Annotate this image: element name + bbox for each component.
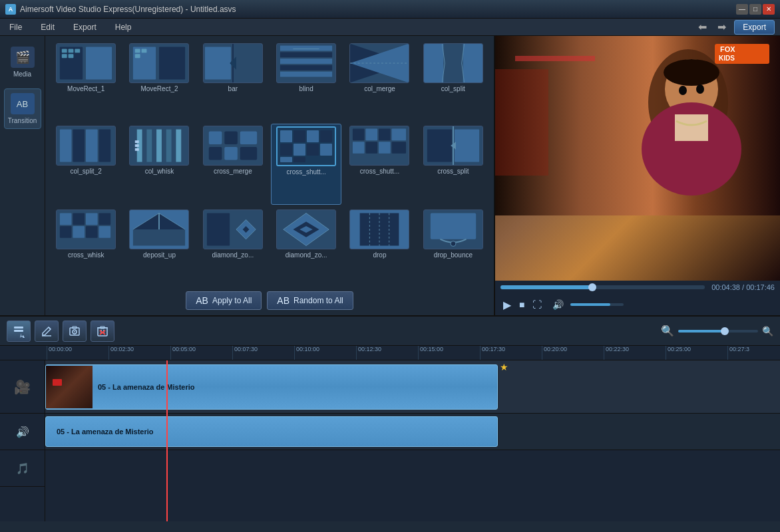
svg-rect-65 xyxy=(353,142,365,154)
transition-diamond_zo_1[interactable]: diamond_zo... xyxy=(198,207,268,287)
transition-col_split_2[interactable]: col_split_2 xyxy=(51,124,121,205)
svg-rect-27 xyxy=(463,44,482,83)
transition-label-cross_merge: cross_merge xyxy=(203,168,263,175)
transition-cross_shutt_2[interactable]: cross_shutt... xyxy=(344,124,415,205)
svg-rect-68 xyxy=(392,142,407,154)
preview-seekbar-row: 00:04:38 / 00:17:46 xyxy=(495,281,780,294)
transition-drop_bounce[interactable]: drop_bounce xyxy=(418,207,488,287)
menu-file[interactable]: File xyxy=(5,21,26,33)
svg-rect-4 xyxy=(69,49,74,53)
tool-edit[interactable] xyxy=(35,321,59,342)
svg-rect-22 xyxy=(280,72,332,77)
svg-rect-39 xyxy=(135,140,139,143)
menu-export[interactable]: Export xyxy=(69,21,100,33)
audio-track-icon: 🔊 xyxy=(16,426,29,438)
svg-text:FOX: FOX xyxy=(720,45,735,53)
transition-thumb-drop xyxy=(349,209,409,249)
transition-label-MoveRect_2: MoveRect_2 xyxy=(129,85,189,92)
transition-MoveRect_2[interactable]: MoveRect_2 xyxy=(124,41,194,121)
menu-edit[interactable]: Edit xyxy=(37,21,59,33)
maximize-button[interactable]: □ xyxy=(749,4,761,15)
transition-buttons: AB Apply to All AB Random to All xyxy=(51,291,488,310)
sidebar-item-media[interactable]: 🎬 Media xyxy=(4,43,41,82)
zoom-slider[interactable] xyxy=(678,330,758,332)
transition-MoveRect_1[interactable]: MoveRect_1 xyxy=(51,41,121,121)
transition-label-MoveRect_1: MoveRect_1 xyxy=(56,85,116,92)
tool-select[interactable] xyxy=(7,321,31,342)
transition-thumb-deposit_up xyxy=(129,209,189,249)
svg-rect-10 xyxy=(159,47,185,80)
ruler-marks: 00:00:00 00:02:30 00:05:00 00:07:30 00:1… xyxy=(47,346,767,360)
svg-rect-31 xyxy=(86,130,98,162)
ruler-mark-0: 00:00:00 xyxy=(47,346,108,360)
video-clip-name: 05 - La amenaza de Misterio xyxy=(93,383,195,391)
transition-label-drop: drop xyxy=(349,251,409,259)
transition-drop[interactable]: drop xyxy=(344,207,415,287)
svg-rect-76 xyxy=(86,213,98,225)
ruler-mark-5: 00:12:30 xyxy=(356,346,418,360)
minimize-button[interactable]: — xyxy=(736,4,748,15)
music-track[interactable] xyxy=(45,450,780,521)
audio-clip[interactable]: 05 - La amenaza de Misterio xyxy=(45,416,498,447)
svg-rect-44 xyxy=(224,131,238,144)
svg-rect-57 xyxy=(320,144,332,156)
transition-cross_shutt_1[interactable]: cross_shutt... xyxy=(271,124,341,205)
transition-col_whisk[interactable]: col_whisk xyxy=(124,124,194,205)
menu-help[interactable]: Help xyxy=(111,21,136,33)
svg-rect-101 xyxy=(515,56,595,61)
export-button[interactable]: Export xyxy=(734,20,775,35)
volume-slider[interactable] xyxy=(570,303,624,306)
back-button[interactable]: ⬅ xyxy=(695,19,709,35)
audio-track[interactable]: 05 - La amenaza de Misterio xyxy=(45,414,780,450)
stop-button[interactable]: ■ xyxy=(516,299,527,310)
tool-capture[interactable] xyxy=(63,321,87,342)
transition-cross_split[interactable]: cross_split xyxy=(418,124,488,205)
svg-rect-5 xyxy=(75,49,81,53)
transition-cross_merge[interactable]: cross_merge xyxy=(198,124,268,205)
transition-blind[interactable]: blind xyxy=(271,41,341,121)
ruler-mark-8: 00:20:00 xyxy=(542,346,604,360)
svg-rect-62 xyxy=(366,129,378,141)
svg-rect-32 xyxy=(99,130,111,162)
transition-col_split[interactable]: col_split xyxy=(418,41,488,121)
fullscreen-button[interactable]: ⛶ xyxy=(530,299,544,310)
zoom-in-button[interactable]: 🔍 xyxy=(762,326,773,336)
svg-rect-79 xyxy=(73,226,85,238)
app-logo: A xyxy=(5,4,16,15)
apply-to-all-button[interactable]: AB Apply to All xyxy=(186,291,262,310)
transition-thumb-cross_merge xyxy=(203,126,263,166)
transition-deposit_up[interactable]: deposit_up xyxy=(124,207,194,287)
preview-seekbar[interactable] xyxy=(500,285,705,289)
svg-rect-51 xyxy=(293,130,305,142)
svg-rect-2 xyxy=(86,47,112,80)
transition-label-bar: bar xyxy=(203,85,263,92)
volume-icon: 🔊 xyxy=(552,299,564,310)
video-track[interactable]: ★ 05 - La amenaza de Misterio xyxy=(45,360,780,414)
close-button[interactable]: ✕ xyxy=(763,4,775,15)
svg-rect-78 xyxy=(60,226,72,238)
svg-rect-3 xyxy=(62,49,67,53)
transition-label-diamond_zo_2: diamond_zo... xyxy=(276,251,336,259)
playhead[interactable] xyxy=(166,360,168,521)
tool-delete[interactable] xyxy=(91,321,114,342)
timeline-ruler: 00:00:00 00:02:30 00:05:00 00:07:30 00:1… xyxy=(0,346,780,360)
timeline-toolbar: 🔍 🔍 xyxy=(0,317,780,346)
video-clip[interactable]: 05 - La amenaza de Misterio xyxy=(45,364,498,410)
play-button[interactable]: ▶ xyxy=(500,299,514,311)
forward-button[interactable]: ➡ xyxy=(715,19,729,35)
audio-clip-name: 05 - La amenaza de Misterio xyxy=(51,428,154,436)
ruler-mark-1: 00:02:30 xyxy=(108,346,170,360)
transition-col_merge[interactable]: col_merge xyxy=(344,41,415,121)
random-to-all-button[interactable]: AB Random to All xyxy=(267,291,353,310)
seekbar-handle[interactable] xyxy=(588,283,596,291)
svg-rect-70 xyxy=(427,130,452,162)
zoom-out-button[interactable]: 🔍 xyxy=(661,325,674,337)
svg-rect-59 xyxy=(293,157,305,162)
transition-bar[interactable]: bar xyxy=(198,41,268,121)
transition-cross_whisk[interactable]: cross_whisk xyxy=(51,207,121,287)
ruler-mark-9: 00:22:30 xyxy=(604,346,666,360)
apply-icon: AB xyxy=(196,295,208,306)
transition-diamond_zo_2[interactable]: diamond_zo... xyxy=(271,207,341,287)
svg-rect-100 xyxy=(675,114,708,141)
sidebar-item-transition[interactable]: AB Transition xyxy=(4,88,41,129)
